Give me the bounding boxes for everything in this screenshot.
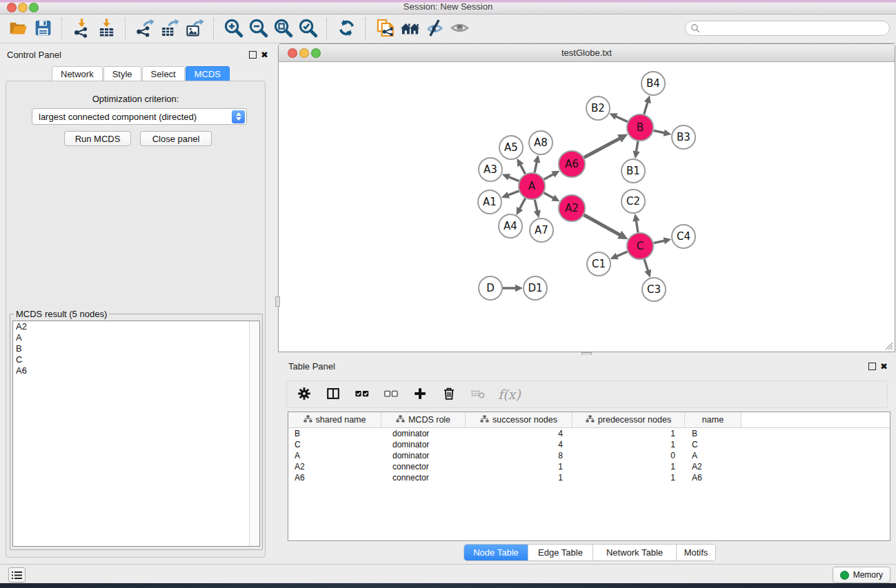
graph-edge-B-B4[interactable]	[644, 95, 651, 114]
graph-node-B[interactable]: B	[627, 114, 653, 141]
zoom-out-button[interactable]	[246, 17, 270, 41]
graph-node-C3[interactable]: C3	[642, 278, 666, 301]
column-header-successor-nodes[interactable]: successor nodes	[466, 412, 573, 427]
tab-edge-table[interactable]: Edge Table	[528, 545, 593, 560]
graph-edge-C-C2[interactable]	[633, 214, 639, 232]
run-mcds-button[interactable]: Run MCDS	[64, 131, 131, 146]
birds-eye-view-button[interactable]	[447, 17, 472, 41]
graph-edge-A2-C[interactable]	[584, 215, 628, 240]
zoom-fit-button[interactable]	[270, 17, 295, 41]
open-session-button[interactable]	[6, 17, 30, 41]
graph-node-A6[interactable]: A6	[559, 151, 585, 177]
zoom-in-button[interactable]	[221, 17, 246, 41]
table-row[interactable]: Adominator80A	[288, 450, 890, 461]
table-row[interactable]: Cdominator41C	[288, 439, 890, 450]
graph-edge-A6-B[interactable]	[584, 134, 628, 157]
zoom-selected-button[interactable]	[295, 17, 320, 41]
memory-button[interactable]: Memory	[833, 567, 890, 583]
columns-button[interactable]	[324, 385, 342, 403]
import-table-button[interactable]	[94, 17, 119, 41]
column-header-name[interactable]: name	[685, 412, 741, 427]
save-session-button[interactable]	[30, 17, 55, 41]
graph-node-A8[interactable]: A8	[529, 131, 552, 154]
graph-node-C4[interactable]: C4	[672, 225, 695, 248]
criterion-select[interactable]: largest connected component (directed)	[32, 108, 247, 125]
graph-node-A1[interactable]: A1	[478, 190, 501, 214]
table-row[interactable]: A2connector11A2	[288, 461, 890, 472]
table-float-panel-icon[interactable]	[868, 363, 876, 370]
graph-edge-A-A3[interactable]	[502, 174, 519, 181]
tab-select[interactable]: Select	[142, 66, 185, 82]
tab-network[interactable]: Network	[52, 66, 103, 82]
graph-edge-A-A6[interactable]	[544, 171, 560, 180]
export-network-button[interactable]	[132, 17, 157, 41]
search-input[interactable]	[703, 23, 889, 34]
graph-edge-B-B2[interactable]	[609, 113, 627, 121]
graph-edge-A-A5[interactable]	[517, 159, 526, 174]
settings-button[interactable]	[295, 385, 313, 403]
graph-node-A2[interactable]: A2	[559, 195, 585, 221]
home-button[interactable]	[397, 17, 422, 41]
table-row[interactable]: A6connector11A6	[288, 472, 890, 483]
unselect-all-button[interactable]	[382, 385, 400, 403]
network-from-file-button[interactable]	[372, 17, 397, 41]
graph-edge-A-A7[interactable]	[534, 200, 541, 219]
graph-node-A4[interactable]: A4	[499, 214, 522, 238]
tab-style[interactable]: Style	[103, 66, 141, 82]
minimize-window-button[interactable]	[18, 3, 28, 12]
tab-motifs[interactable]: Motifs	[677, 545, 715, 560]
zoom-window-button[interactable]	[29, 3, 39, 12]
mcds-result-item[interactable]: B	[13, 343, 259, 354]
export-image-button[interactable]	[182, 17, 207, 41]
function-builder-button[interactable]: f(x)	[498, 387, 521, 402]
float-panel-icon[interactable]	[249, 51, 257, 59]
tab-network-table[interactable]: Network Table	[593, 545, 677, 560]
column-header-shared-name[interactable]: shared name	[288, 412, 381, 427]
hide-graphics-details-button[interactable]	[422, 17, 447, 41]
close-window-button[interactable]	[7, 3, 17, 12]
tab-mcds[interactable]: MCDS	[186, 66, 230, 82]
table-close-panel-icon[interactable]: ✖	[880, 363, 888, 370]
graph-edge-B-B3[interactable]	[654, 130, 672, 136]
refresh-button[interactable]	[334, 17, 359, 41]
mcds-result-item[interactable]: A6	[13, 365, 259, 376]
graph-edge-C-C3[interactable]	[644, 259, 651, 278]
resize-grip-icon[interactable]	[884, 341, 893, 350]
graph-node-B4[interactable]: B4	[641, 72, 665, 95]
export-table-button[interactable]	[157, 17, 182, 41]
result-scrollbar[interactable]	[249, 321, 259, 546]
mcds-result-item[interactable]: A	[13, 332, 259, 343]
graph-node-C2[interactable]: C2	[621, 190, 645, 213]
graph-edge-C-C1[interactable]	[610, 252, 628, 259]
search-box[interactable]	[685, 21, 890, 36]
close-panel-icon[interactable]: ✖	[261, 51, 268, 59]
task-history-button[interactable]	[8, 567, 26, 582]
add-row-button[interactable]	[411, 385, 429, 403]
graph-node-D1[interactable]: D1	[524, 276, 547, 300]
graph-edge-A-A1[interactable]	[501, 191, 519, 199]
net-minimize-button[interactable]	[299, 48, 309, 58]
graph-edge-A-A4[interactable]	[516, 199, 525, 215]
table-row[interactable]: Bdominator41B	[288, 428, 890, 439]
graph-node-B3[interactable]: B3	[672, 125, 695, 149]
graph-node-A3[interactable]: A3	[479, 158, 502, 181]
graph-node-D[interactable]: D	[479, 276, 502, 300]
mcds-result-item[interactable]: A2	[13, 321, 259, 332]
graph-node-A5[interactable]: A5	[499, 136, 523, 159]
graph-edge-A-A2[interactable]	[544, 193, 560, 202]
select-all-button[interactable]	[353, 385, 371, 403]
net-close-button[interactable]	[288, 48, 297, 58]
column-header-MCDS-role[interactable]: MCDS role	[381, 412, 466, 427]
mcds-result-item[interactable]: C	[13, 354, 259, 365]
network-canvas[interactable]: B4B2BB3A8A5A6A3B1AC2A1A2A4A7C4CC1C3DD1	[279, 62, 895, 352]
graph-edge-D-D1[interactable]	[503, 285, 523, 292]
graph-node-C1[interactable]: C1	[587, 252, 610, 276]
graph-edge-A-A8[interactable]	[533, 155, 540, 173]
graph-edge-C-C4[interactable]	[654, 237, 672, 244]
graph-edge-B-B1[interactable]	[633, 141, 639, 159]
graph-node-B1[interactable]: B1	[621, 159, 645, 183]
column-header-predecessor-nodes[interactable]: predecessor nodes	[573, 412, 685, 427]
graph-node-A[interactable]: A	[519, 173, 545, 199]
close-panel-button[interactable]: Close panel	[140, 131, 212, 146]
vertical-split-handle[interactable]	[275, 296, 280, 307]
